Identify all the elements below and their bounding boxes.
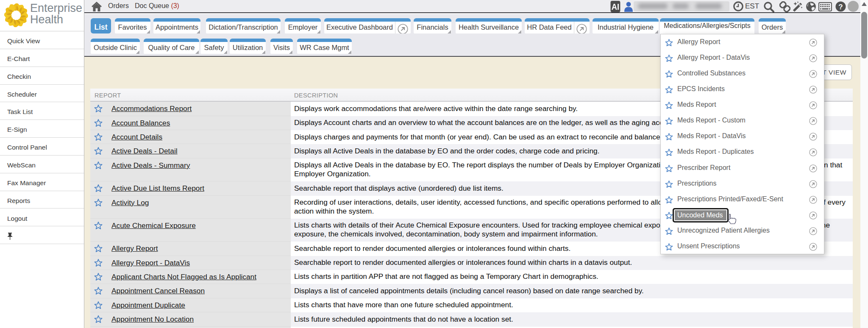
svg-text:?: ? <box>838 3 843 11</box>
